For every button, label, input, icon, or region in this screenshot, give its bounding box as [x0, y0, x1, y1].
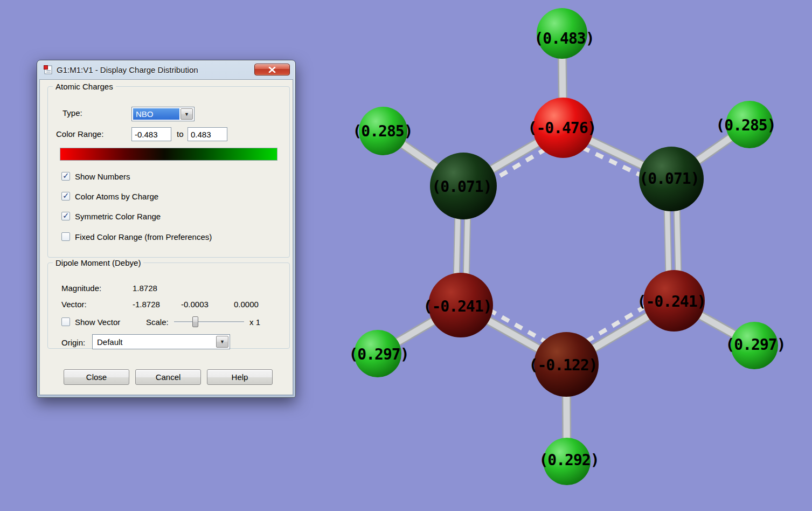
atom-charge-label: (0.297): [725, 336, 785, 354]
show-vector-checkbox[interactable]: [61, 317, 70, 326]
atom-charge-label: (-0.241): [637, 293, 706, 310]
close-window-button[interactable]: [254, 64, 290, 75]
dialog-title: G1:M1:V1 - Display Charge Distribution: [57, 65, 198, 74]
dipole-moment-group: Dipole Moment (Debye) Magnitude: 1.8728 …: [47, 263, 290, 349]
atom-charge-label: (-0.476): [528, 119, 596, 137]
close-icon: [268, 67, 276, 73]
type-label: Type:: [63, 108, 82, 118]
atom-charge-label: (0.292): [539, 451, 599, 469]
vector-x-value: -1.8728: [133, 300, 160, 309]
show-numbers-row[interactable]: Show Numbers: [61, 171, 130, 181]
charge-type-dropdown[interactable]: NBO ▼: [131, 107, 195, 121]
symmetric-range-row[interactable]: Symmetric Color Range: [61, 211, 161, 221]
atom-charge-label: (0.285): [716, 116, 775, 134]
fixed-range-row[interactable]: Fixed Color Range (from Preferences): [61, 232, 212, 241]
scale-label: Scale:: [146, 317, 169, 327]
show-vector-row[interactable]: Show Vector: [61, 317, 120, 327]
atom-charge-label: (0.071): [432, 178, 491, 196]
atom-charge-label: (-0.122): [529, 356, 598, 374]
atomic-charges-group-label: Atomic Charges: [53, 82, 116, 91]
atom-charge-label: (0.483): [534, 30, 594, 47]
close-button[interactable]: Close: [64, 369, 129, 385]
chevron-down-icon: ▼: [184, 112, 189, 117]
atom-charge-label: (0.297): [349, 346, 408, 363]
vector-scale-slider[interactable]: [174, 316, 244, 327]
atomic-charges-group: Atomic Charges Type: NBO ▼ Color Range: …: [47, 86, 290, 258]
slider-thumb[interactable]: [192, 316, 198, 327]
dipole-moment-group-label: Dipole Moment (Debye): [53, 258, 143, 267]
dialog-body: Atomic Charges Type: NBO ▼ Color Range: …: [39, 79, 293, 395]
chevron-down-icon: ▼: [220, 339, 225, 344]
charge-color-gradient-bar: [60, 148, 277, 161]
charge-type-dropdown-button[interactable]: ▼: [181, 108, 193, 120]
origin-dropdown[interactable]: Default ▼: [92, 334, 230, 349]
cancel-button[interactable]: Cancel: [135, 369, 201, 385]
color-range-label: Color Range:: [56, 129, 103, 139]
vector-label: Vector:: [61, 300, 87, 309]
fixed-color-range-label: Fixed Color Range (from Preferences): [75, 232, 212, 241]
help-button[interactable]: Help: [207, 369, 273, 385]
workspace: (0.483)(-0.476)(0.285)(0.285)(0.071)(0.0…: [0, 0, 812, 511]
origin-selected-value: Default: [97, 335, 123, 349]
color-atoms-by-charge-label: Color Atoms by Charge: [75, 192, 158, 201]
show-numbers-label: Show Numbers: [75, 172, 130, 181]
atom-charge-label: (0.285): [352, 122, 412, 140]
vector-y-value: -0.0003: [181, 300, 209, 309]
charge-distribution-dialog: G1:M1:V1 - Display Charge Distribution A…: [37, 60, 296, 398]
app-icon: [44, 65, 53, 74]
color-range-min-input[interactable]: [131, 127, 171, 141]
origin-label: Origin:: [61, 338, 85, 347]
fixed-color-range-checkbox[interactable]: [61, 232, 70, 241]
vector-z-value: 0.0000: [234, 300, 259, 309]
color-range-max-input[interactable]: [188, 127, 227, 141]
color-atoms-row[interactable]: Color Atoms by Charge: [61, 191, 158, 201]
symmetric-color-range-label: Symmetric Color Range: [75, 212, 161, 221]
slider-track: [174, 321, 244, 323]
atom-charge-label: (-0.241): [424, 298, 492, 315]
dialog-titlebar[interactable]: G1:M1:V1 - Display Charge Distribution: [39, 60, 293, 79]
atom-charge-label: (0.071): [639, 170, 699, 188]
origin-dropdown-button[interactable]: ▼: [216, 336, 228, 348]
show-numbers-checkbox[interactable]: [61, 172, 70, 181]
color-atoms-by-charge-checkbox[interactable]: [61, 192, 70, 201]
scale-value: x 1: [249, 317, 260, 327]
magnitude-value: 1.8728: [133, 284, 157, 293]
magnitude-label: Magnitude:: [61, 284, 101, 293]
color-range-to-label: to: [177, 129, 184, 139]
charge-type-selected-value: NBO: [133, 108, 179, 120]
show-vector-label: Show Vector: [75, 317, 120, 327]
symmetric-color-range-checkbox[interactable]: [61, 212, 70, 220]
